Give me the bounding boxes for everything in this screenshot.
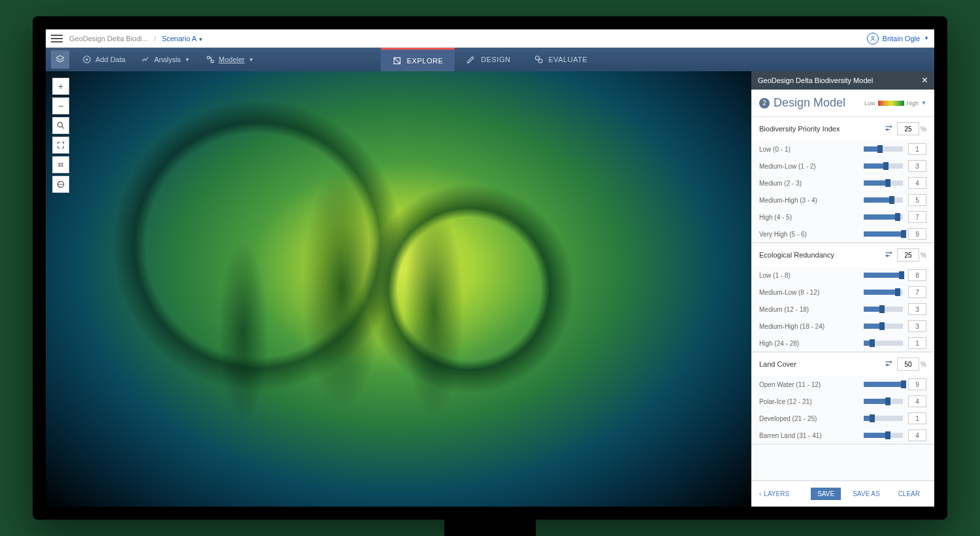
- svg-rect-2: [207, 56, 210, 59]
- zoom-out-button[interactable]: −: [52, 97, 69, 114]
- slider[interactable]: [864, 324, 903, 329]
- basemap-button[interactable]: [52, 176, 69, 193]
- slider-row: Medium (2 - 3): [751, 175, 934, 192]
- clear-button[interactable]: CLEAR: [892, 488, 926, 500]
- slider[interactable]: [864, 290, 903, 295]
- slider[interactable]: [864, 382, 903, 387]
- slider[interactable]: [864, 231, 903, 237]
- measure-button[interactable]: [52, 156, 69, 173]
- close-icon[interactable]: ×: [922, 75, 928, 86]
- user-menu[interactable]: Britain Ogle ▼: [867, 33, 929, 44]
- slider[interactable]: [864, 307, 903, 312]
- value-input[interactable]: [908, 378, 926, 390]
- map-canvas[interactable]: + −: [46, 71, 751, 507]
- section: Ecological Redundancy%Low (1 - 8)Medium-…: [751, 243, 934, 352]
- slider[interactable]: [864, 433, 903, 438]
- section-pct-input[interactable]: [897, 358, 919, 371]
- section-title: Ecological Redundancy: [759, 251, 834, 259]
- value-input[interactable]: [908, 337, 926, 349]
- slider[interactable]: [864, 416, 903, 421]
- section-pct-input[interactable]: [897, 122, 919, 135]
- zoom-in-button[interactable]: +: [52, 78, 69, 95]
- tab-design[interactable]: DESIGN: [455, 48, 522, 71]
- slider-row: Medium-High (18 - 24): [751, 318, 934, 335]
- slider-row: Medium-Low (1 - 2): [751, 158, 934, 175]
- slider[interactable]: [864, 273, 903, 278]
- design-panel: GeoDesign Delta Biodiversity Model × 2 D…: [751, 71, 934, 507]
- fullscreen-button[interactable]: [52, 137, 69, 154]
- slider-row: Low (0 - 1): [751, 141, 934, 158]
- slider[interactable]: [864, 341, 903, 346]
- value-input[interactable]: [908, 177, 926, 189]
- row-label: Developed (21 - 25): [759, 415, 858, 422]
- breadcrumb-scenario[interactable]: Scenario A ▼: [162, 35, 204, 42]
- slider[interactable]: [864, 214, 903, 220]
- svg-point-9: [890, 126, 891, 127]
- user-name: Britain Ogle: [883, 35, 920, 42]
- value-input[interactable]: [908, 211, 926, 223]
- legend[interactable]: Low High ▼: [864, 100, 926, 107]
- slider[interactable]: [864, 146, 903, 152]
- settings-icon[interactable]: [884, 359, 893, 369]
- value-input[interactable]: [908, 286, 926, 298]
- value-input[interactable]: [908, 320, 926, 332]
- layers-icon[interactable]: [51, 50, 69, 69]
- slider-row: Low (1 - 8): [751, 267, 934, 284]
- row-label: Medium (2 - 3): [759, 180, 858, 187]
- user-avatar-icon: [867, 33, 879, 44]
- back-layers-link[interactable]: ‹LAYERS: [759, 490, 789, 497]
- tab-explore[interactable]: EXPLORE: [381, 48, 455, 71]
- value-input[interactable]: [908, 228, 926, 240]
- value-input[interactable]: [908, 412, 926, 424]
- analysis-button[interactable]: Analysis ▼: [133, 48, 198, 71]
- row-label: Open Water (11 - 12): [759, 381, 858, 388]
- value-input[interactable]: [908, 395, 926, 407]
- search-button[interactable]: [52, 117, 69, 134]
- value-input[interactable]: [908, 269, 926, 281]
- legend-gradient: [878, 101, 904, 106]
- row-label: Low (0 - 1): [759, 146, 858, 153]
- tab-evaluate[interactable]: EVALUATE: [522, 48, 599, 71]
- slider[interactable]: [864, 163, 903, 169]
- panel-title: 2 Design Model: [759, 96, 845, 110]
- row-label: Medium-Low (1 - 2): [759, 163, 858, 170]
- menu-icon[interactable]: [51, 33, 63, 44]
- settings-icon[interactable]: [884, 250, 893, 260]
- slider-row: Polar-Ice (12 - 21): [751, 393, 934, 410]
- save-as-button[interactable]: SAVE AS: [846, 488, 887, 500]
- value-input[interactable]: [908, 429, 926, 441]
- row-label: Medium-High (18 - 24): [759, 323, 858, 330]
- row-label: Medium-High (3 - 4): [759, 197, 858, 204]
- slider-row: Developed (21 - 25): [751, 410, 934, 427]
- section-pct-input[interactable]: [897, 248, 919, 261]
- section: Biodiversity Priority Index%Low (0 - 1)M…: [751, 117, 934, 243]
- nav-bar: Add Data Analysis ▼ Modeler ▼ EXPLORE DE…: [46, 48, 934, 71]
- row-label: Medium (12 - 18): [759, 306, 858, 313]
- slider-row: Open Water (11 - 12): [751, 376, 934, 393]
- value-input[interactable]: [908, 143, 926, 155]
- value-input[interactable]: [908, 194, 926, 206]
- panel-header-title: GeoDesign Delta Biodiversity Model: [758, 76, 873, 84]
- breadcrumb-project[interactable]: GeoDesign Delta Biodi...: [69, 35, 148, 42]
- slider[interactable]: [864, 399, 903, 404]
- save-button[interactable]: SAVE: [811, 488, 841, 500]
- slider-row: High (4 - 5): [751, 209, 934, 226]
- row-label: Low (1 - 8): [759, 272, 858, 279]
- section: Land Cover%Open Water (11 - 12)Polar-Ice…: [751, 352, 934, 444]
- row-label: High (24 - 28): [759, 340, 858, 347]
- top-bar: GeoDesign Delta Biodi... / Scenario A ▼ …: [46, 29, 934, 48]
- svg-point-6: [538, 59, 542, 63]
- slider-row: Very High (5 - 6): [751, 226, 934, 243]
- slider[interactable]: [864, 180, 903, 186]
- add-data-button[interactable]: Add Data: [74, 48, 133, 71]
- value-input[interactable]: [908, 160, 926, 172]
- slider-row: Medium-Low (8 - 12): [751, 284, 934, 301]
- row-label: Medium-Low (8 - 12): [759, 289, 858, 296]
- row-label: Polar-Ice (12 - 21): [759, 398, 858, 405]
- step-badge: 2: [759, 98, 770, 109]
- modeler-button[interactable]: Modeler ▼: [198, 48, 262, 71]
- value-input[interactable]: [908, 303, 926, 315]
- settings-icon[interactable]: [884, 124, 893, 134]
- slider[interactable]: [864, 197, 903, 203]
- slider-row: Barren Land (31 - 41): [751, 427, 934, 444]
